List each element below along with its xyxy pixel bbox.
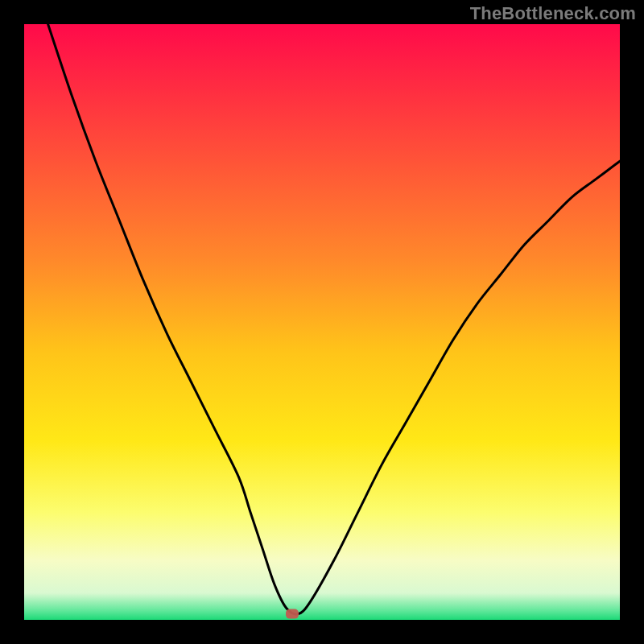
chart-stage: TheBottleneck.com bbox=[0, 0, 644, 644]
watermark-text: TheBottleneck.com bbox=[470, 3, 636, 24]
plot-area bbox=[24, 24, 620, 620]
optimal-point-marker bbox=[286, 609, 299, 619]
bottleneck-chart bbox=[0, 0, 644, 644]
